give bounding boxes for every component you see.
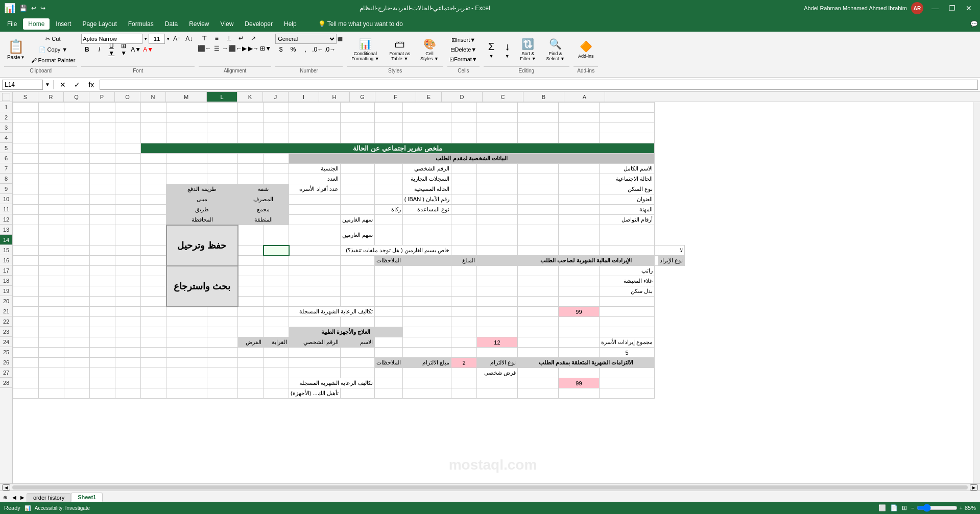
cell-P17[interactable] — [90, 276, 115, 286]
col-H[interactable]: H — [319, 92, 350, 102]
cell-O25[interactable] — [115, 358, 141, 368]
cell-H28[interactable] — [340, 388, 374, 399]
cell-J3[interactable] — [264, 123, 289, 133]
cell-N22[interactable] — [141, 327, 166, 337]
cell-I8[interactable]: العدد — [289, 174, 341, 184]
cell-P27[interactable] — [90, 378, 115, 388]
cell-I2[interactable] — [289, 113, 341, 123]
col-R[interactable]: R — [38, 92, 64, 102]
scroll-left-btn[interactable]: ◀ — [2, 484, 10, 491]
cell-L23[interactable] — [207, 337, 238, 348]
cell-B9[interactable] — [558, 184, 599, 194]
cell-title[interactable]: ملخص تقرير اجتماعي عن الحالة — [141, 143, 655, 154]
cell-M21[interactable] — [166, 317, 207, 327]
table-row[interactable]: طريق مجمع زكاة نوع المساعدة المهنة — [13, 205, 685, 215]
cell-E25[interactable]: 2 — [451, 358, 476, 368]
cell-H16[interactable] — [340, 266, 374, 276]
delete-btn[interactable]: ⊟ Delete ▼ — [447, 45, 480, 54]
table-row[interactable] — [13, 113, 685, 123]
cell-H24[interactable] — [340, 348, 374, 358]
cell-O6[interactable] — [115, 154, 141, 164]
cell-E4[interactable] — [451, 133, 476, 143]
cell-B17[interactable] — [558, 276, 599, 286]
cell-P2[interactable] — [90, 113, 115, 123]
cell-Q25[interactable] — [64, 358, 90, 368]
cell-H10[interactable] — [340, 194, 374, 205]
cell-P23[interactable] — [90, 337, 115, 348]
cell-D24[interactable] — [476, 348, 517, 358]
align-left-btn[interactable]: ⬛← — [199, 44, 210, 53]
cell-G15[interactable] — [402, 256, 451, 266]
cell-N2[interactable] — [141, 113, 166, 123]
cell-H1[interactable] — [340, 103, 374, 113]
cell-J24[interactable] — [264, 348, 289, 358]
menu-home[interactable]: Home — [23, 18, 50, 30]
cell-S28[interactable] — [13, 388, 39, 399]
cell-C8[interactable] — [517, 174, 558, 184]
cell-S20[interactable] — [13, 307, 39, 317]
cell-M22[interactable] — [166, 327, 207, 337]
cell-H8[interactable] — [340, 174, 374, 184]
cell-Q6[interactable] — [64, 154, 90, 164]
cell-G13[interactable] — [374, 225, 402, 246]
cell-A11[interactable]: المهنة — [599, 205, 654, 215]
sort-filter-btn[interactable]: 🔃 Sort &Filter ▼ — [515, 35, 540, 64]
cell-B1[interactable] — [558, 103, 599, 113]
cell-O3[interactable] — [115, 123, 141, 133]
cell-A19[interactable] — [599, 297, 654, 307]
cell-B10[interactable] — [558, 194, 599, 205]
cell-F7[interactable]: الرقم الشخصي — [402, 164, 451, 174]
cell-L22[interactable] — [207, 327, 238, 337]
align-center-btn[interactable]: ☰ — [211, 44, 222, 53]
table-row[interactable]: فرض شخصي — [13, 368, 685, 378]
cell-Q7[interactable] — [64, 164, 90, 174]
cell-N10[interactable] — [141, 194, 166, 205]
redo-icon[interactable]: ↪ — [40, 5, 45, 12]
cell-Q5[interactable] — [64, 143, 90, 154]
col-P[interactable]: P — [89, 92, 115, 102]
cell-N8[interactable] — [141, 174, 166, 184]
view-layout-btn[interactable]: 📄 — [890, 504, 898, 511]
cell-H3[interactable] — [340, 123, 374, 133]
sheet-tab-sheet1[interactable]: Sheet1 — [71, 493, 103, 502]
cell-B26[interactable] — [558, 368, 599, 378]
cell-E28[interactable] — [451, 388, 476, 399]
cell-F3[interactable] — [402, 123, 451, 133]
cell-J28[interactable] — [264, 388, 289, 399]
cell-J25[interactable] — [264, 358, 289, 368]
cell-M24[interactable] — [166, 348, 207, 358]
cell-P11[interactable] — [90, 205, 115, 215]
cell-R18[interactable] — [39, 286, 64, 297]
row-num-23[interactable]: 23 — [0, 327, 12, 337]
col-Q[interactable]: Q — [64, 92, 89, 102]
table-row[interactable]: حفظ وترحيل سهم الغارمين — [13, 225, 685, 246]
cell-K14[interactable] — [238, 246, 264, 256]
cell-Q9[interactable] — [64, 184, 90, 194]
cell-A15[interactable]: نوع الإيراد — [658, 256, 685, 266]
cell-L27[interactable] — [207, 378, 238, 388]
cell-E1[interactable] — [451, 103, 476, 113]
cell-M20[interactable] — [166, 307, 207, 317]
horizontal-scrollbar[interactable]: ◀ ▶ — [0, 483, 980, 491]
border-button[interactable]: ⊞ ▼ — [118, 45, 129, 54]
fill-color-button[interactable]: A▼ — [130, 45, 141, 54]
menu-developer[interactable]: Developer — [240, 18, 278, 30]
formula-input[interactable] — [100, 80, 978, 90]
cell-M23[interactable] — [166, 337, 207, 348]
zoom-in-btn[interactable]: + — [960, 505, 963, 511]
cut-button[interactable]: ✂ Cut — [29, 34, 78, 44]
cell-O4[interactable] — [115, 133, 141, 143]
cell-C1[interactable] — [517, 103, 558, 113]
cell-J22[interactable] — [264, 327, 289, 337]
cell-O2[interactable] — [115, 113, 141, 123]
cell-tareeq[interactable]: طريق — [166, 205, 238, 215]
cell-S11[interactable] — [13, 205, 39, 215]
scroll-tabs-right-btn[interactable]: ▶ — [18, 493, 27, 502]
cell-P15[interactable] — [90, 256, 115, 266]
cell-R15[interactable] — [39, 256, 64, 266]
cell-E21[interactable] — [451, 317, 476, 327]
cell-J14[interactable] — [289, 246, 341, 256]
cell-P8[interactable] — [90, 174, 115, 184]
table-row[interactable]: الملاحظات مبلغ الالتزام 2 نوع الالتزام ا… — [13, 358, 685, 368]
row-num-21[interactable]: 21 — [0, 306, 12, 316]
